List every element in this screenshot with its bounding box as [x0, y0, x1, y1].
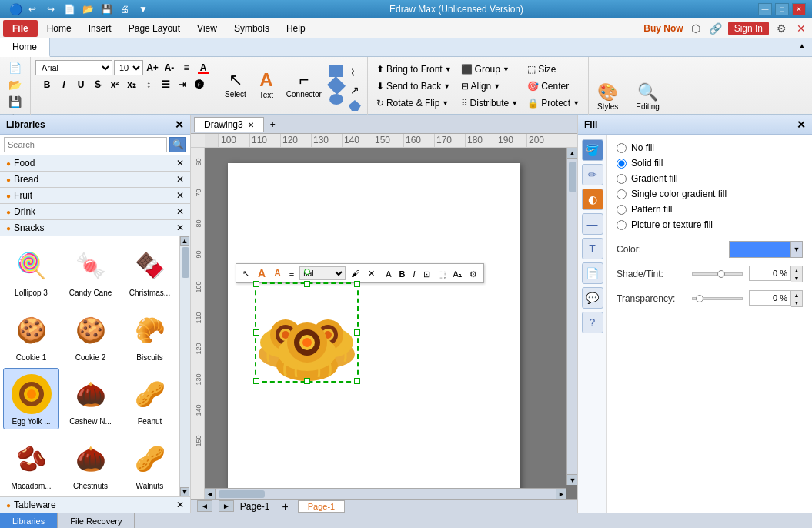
lib-item-peanut[interactable]: 🥜 Peanut — [122, 368, 178, 429]
new-btn[interactable]: 📄 — [61, 1, 78, 18]
lib-item-chestnuts[interactable]: 🌰 Chestnuts — [62, 433, 119, 494]
superscript-btn[interactable]: x² — [107, 77, 122, 92]
text-toolbar-close[interactable]: ✕ — [365, 267, 378, 280]
pattern-fill-option[interactable]: Pattern fill — [617, 204, 803, 215]
transparency-slider-track[interactable] — [692, 297, 743, 300]
home-menu[interactable]: Home — [39, 21, 79, 36]
text-arrow-btn[interactable]: ↖ — [239, 267, 252, 280]
shade-tint-up[interactable]: ▲ — [791, 266, 802, 274]
canvas-scrollbar-h[interactable]: ◄ ► — [205, 488, 566, 499]
view-menu[interactable]: View — [189, 21, 225, 36]
font-size-select[interactable]: 10 — [114, 60, 143, 75]
bread-section-close[interactable]: ✕ — [176, 174, 184, 185]
print-btn[interactable]: 🖨 — [116, 1, 133, 18]
lib-section-drink[interactable]: ● Drink ✕ — [0, 204, 190, 220]
text-sz-btn[interactable]: ⬚ — [435, 268, 449, 281]
handle-top-left[interactable] — [253, 281, 259, 287]
distribute-btn[interactable]: ⠿ Distribute ▼ — [457, 95, 523, 111]
lib-scrollbar[interactable]: ▲ ▼ — [179, 236, 190, 496]
rotate-flip-btn[interactable]: ↻ Rotate & Flip ▼ — [373, 95, 456, 111]
lib-item-biscuits[interactable]: 🥐 Biscuits — [122, 304, 178, 366]
handle-top-right[interactable] — [354, 281, 360, 287]
canvas-scroll-h-thumb[interactable] — [219, 490, 265, 498]
connector-tool-btn[interactable]: ⌐ Connector — [282, 63, 326, 108]
canvas-scroll-right[interactable]: ► — [556, 489, 566, 500]
list-btn[interactable]: ☰ — [158, 77, 173, 92]
lib-section-bread[interactable]: ● Bread ✕ — [0, 172, 190, 188]
shade-tint-thumb[interactable] — [717, 270, 725, 278]
strikethrough-btn[interactable]: S̶ — [90, 77, 105, 92]
new-drawing-btn[interactable]: + — [266, 118, 280, 132]
page-next-btn[interactable]: ► — [219, 500, 234, 512]
insert-menu[interactable]: Insert — [81, 21, 119, 36]
text-italic-btn2[interactable]: I — [410, 268, 419, 281]
fill-icon-shadow[interactable]: ◐ — [582, 189, 603, 210]
bold-btn[interactable]: B — [39, 77, 55, 92]
drink-section-close[interactable]: ✕ — [176, 206, 184, 217]
align-btn[interactable]: ≡ — [179, 60, 194, 75]
canvas-scroll-left[interactable]: ◄ — [205, 489, 216, 500]
minimize-btn[interactable]: — — [758, 3, 772, 15]
lib-search-input[interactable] — [4, 137, 167, 152]
lib-item-christmas[interactable]: 🍫 Christmas... — [122, 239, 178, 301]
editing-btn[interactable]: 🔍 Editing — [632, 75, 663, 120]
group-btn[interactable]: ⬛ Group ▼ — [457, 62, 523, 77]
line-tool-btn[interactable]: ⌇ — [349, 65, 361, 80]
canvas[interactable]: ↖ A A ≡ rial 🖌 ✕ A B I — [205, 148, 577, 499]
lib-item-lollipop[interactable]: 🍭 Lollipop 3 — [3, 239, 59, 301]
shape-rect-btn[interactable] — [329, 65, 343, 77]
font-color-btn[interactable]: 🅐 — [192, 77, 207, 92]
increase-font-btn[interactable]: A+ — [145, 60, 160, 75]
select-tool-btn[interactable]: ↖ Select — [221, 63, 250, 108]
share-icon[interactable]: ⬡ — [688, 21, 703, 36]
shape-ellipse-btn[interactable] — [329, 94, 343, 105]
size-btn[interactable]: ⬚ Size — [523, 62, 583, 77]
shape-diamond-btn[interactable] — [327, 76, 346, 95]
open-btn[interactable]: 📂 — [79, 1, 96, 18]
buy-now-link[interactable]: Buy Now — [643, 23, 683, 34]
fill-icon-line[interactable]: — — [582, 213, 603, 235]
lib-search-btn[interactable]: 🔍 — [169, 137, 186, 152]
fill-icon-text[interactable]: T — [582, 238, 603, 259]
shade-tint-down[interactable]: ▼ — [791, 274, 802, 282]
file-menu[interactable]: File — [3, 20, 38, 37]
scroll-down-btn[interactable]: ▼ — [180, 487, 189, 496]
page-layout-menu[interactable]: Page Layout — [121, 21, 188, 36]
texture-fill-option[interactable]: Picture or texture fill — [617, 219, 803, 230]
page-prev-btn[interactable]: ◄ — [197, 500, 212, 512]
text-increase-btn[interactable]: A — [255, 266, 269, 281]
styles-btn[interactable]: 🎨 Styles — [593, 75, 622, 120]
scroll-up-btn[interactable]: ▲ — [180, 236, 189, 246]
no-fill-option[interactable]: No fill — [617, 142, 803, 153]
bring-to-front-btn[interactable]: ⬆ Bring to Front ▼ — [373, 62, 456, 77]
lib-section-snacks[interactable]: ● Snacks ✕ — [0, 220, 190, 236]
color-dropdown-btn[interactable]: ▼ — [790, 241, 803, 258]
handle-bot-left[interactable] — [253, 378, 259, 384]
maximize-btn[interactable]: □ — [775, 3, 789, 15]
ribbon-expand-btn[interactable]: ▲ — [792, 38, 812, 56]
tab-file-recovery[interactable]: File Recovery — [58, 513, 135, 528]
close-toolbar-icon[interactable]: ✕ — [794, 21, 809, 36]
page-tab-active[interactable]: Page-1 — [298, 500, 345, 513]
font-family-select[interactable]: Arial — [35, 60, 112, 75]
save-file-btn[interactable]: 💾 — [5, 94, 25, 109]
tab-libraries[interactable]: Libraries — [0, 513, 58, 528]
lib-item-cookie1[interactable]: 🍪 Cookie 1 — [3, 304, 59, 366]
center-btn[interactable]: 🎯 Center — [523, 79, 583, 94]
transparency-thumb[interactable] — [696, 295, 703, 302]
text-cursor-btn[interactable]: A — [383, 268, 394, 281]
drawing-tab[interactable]: Drawing3 ✕ — [194, 117, 264, 132]
share2-icon[interactable]: 🔗 — [708, 21, 723, 36]
lib-item-eggyolk[interactable]: Egg Yolk ... — [3, 368, 59, 429]
lib-item-candy-cane[interactable]: 🍬 Candy Cane — [62, 239, 119, 301]
drawing-tab-close[interactable]: ✕ — [248, 121, 254, 129]
underline-btn[interactable]: U — [73, 77, 89, 92]
fill-icon-doc[interactable]: 📄 — [582, 262, 603, 284]
decrease-font-btn[interactable]: A- — [162, 60, 177, 75]
text-bold-btn2[interactable]: B — [396, 268, 409, 281]
new-file-btn[interactable]: 📄 — [5, 60, 25, 75]
canvas-scroll-up[interactable]: ▲ — [567, 148, 577, 159]
subscript-btn[interactable]: x₂ — [124, 77, 139, 92]
fill-icon-help[interactable]: ? — [582, 312, 603, 333]
food-section-close[interactable]: ✕ — [176, 158, 184, 169]
